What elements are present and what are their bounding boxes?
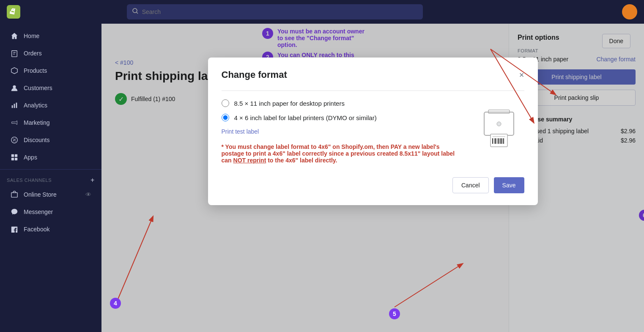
save-button[interactable]: Save (494, 177, 524, 193)
modal-footer: Cancel Save (222, 177, 524, 193)
facebook-icon (10, 225, 19, 233)
svg-point-13 (15, 140, 16, 141)
modal-options: 8.5 × 11 inch paper for desktop printers… (222, 99, 463, 164)
svg-rect-2 (12, 51, 17, 57)
modal-divider (222, 91, 524, 91)
radio-label-printer-label: 4 × 6 inch label for label printers (DYM… (234, 114, 377, 121)
svg-point-12 (13, 139, 14, 140)
avatar (622, 4, 637, 19)
radio-desktop-label: 8.5 × 11 inch paper for desktop printers (234, 100, 345, 107)
svg-point-6 (13, 85, 16, 88)
sidebar-item-facebook[interactable]: Facebook (3, 221, 98, 238)
sidebar-item-products[interactable]: Products (3, 62, 98, 79)
customers-icon (10, 84, 19, 92)
modal-close-btn[interactable]: × (519, 70, 524, 80)
radio-label-printer[interactable] (222, 114, 229, 121)
svg-rect-16 (11, 158, 14, 160)
sales-channels-title: SALES CHANNELS + (0, 173, 101, 186)
apps-icon (10, 153, 19, 162)
sidebar-item-discounts[interactable]: Discounts (3, 132, 98, 148)
sidebar-item-online-store[interactable]: Online Store 👁 (3, 186, 98, 203)
svg-point-32 (497, 122, 501, 126)
visibility-icon[interactable]: 👁 (85, 191, 91, 198)
sidebar-item-marketing[interactable]: Marketing (3, 114, 98, 131)
print-test-link[interactable]: Print test label (222, 128, 463, 135)
analytics-icon (10, 101, 19, 110)
sidebar: Home Orders Products Customers Analytics (0, 24, 101, 332)
sidebar-divider (0, 169, 101, 170)
top-nav (0, 0, 644, 24)
discounts-icon (10, 136, 19, 144)
sidebar-item-analytics[interactable]: Analytics (3, 97, 98, 114)
main-layout: Home Orders Products Customers Analytics (0, 24, 644, 332)
sidebar-item-apps[interactable]: Apps (3, 149, 98, 166)
orders-icon (10, 49, 19, 58)
shopify-logo (7, 5, 20, 19)
search-input[interactable] (142, 8, 418, 15)
modal-title: Change format (222, 69, 287, 80)
svg-rect-7 (12, 105, 13, 108)
annotation-bubble-5: 5 (389, 308, 400, 319)
svg-rect-18 (11, 193, 17, 198)
modal-content: 8.5 × 11 inch paper for desktop printers… (222, 99, 524, 164)
svg-point-0 (133, 8, 137, 13)
printer-illustration (474, 99, 524, 164)
search-icon (132, 8, 139, 16)
svg-line-1 (137, 12, 138, 14)
svg-rect-15 (15, 154, 17, 157)
products-icon (10, 66, 19, 75)
radio-desktop[interactable] (222, 99, 229, 107)
online-store-icon (10, 190, 19, 199)
sidebar-item-orders[interactable]: Orders (3, 45, 98, 62)
marketing-icon (10, 118, 19, 127)
svg-rect-9 (16, 103, 17, 108)
cancel-button[interactable]: Cancel (452, 177, 489, 193)
svg-rect-14 (11, 154, 14, 157)
modal-header: Change format × (222, 69, 524, 80)
search-bar[interactable] (127, 4, 423, 19)
sidebar-item-customers[interactable]: Customers (3, 80, 98, 96)
modal-overlay: Change format × 8.5 × 11 inch paper for … (101, 24, 644, 332)
svg-rect-8 (14, 104, 15, 108)
annotation-note: * You must change label format to 4x6" o… (222, 143, 463, 164)
sidebar-item-home[interactable]: Home (3, 27, 98, 44)
radio-option-1: 8.5 × 11 inch paper for desktop printers (222, 99, 463, 107)
add-sales-channel-btn[interactable]: + (90, 176, 95, 184)
messenger-icon (10, 208, 19, 216)
radio-option-2: 4 × 6 inch label for label printers (DYM… (222, 114, 463, 121)
home-icon (10, 32, 19, 40)
svg-rect-17 (15, 158, 17, 160)
svg-marker-5 (11, 68, 17, 74)
change-format-modal: Change format × 8.5 × 11 inch paper for … (208, 58, 538, 205)
sidebar-item-messenger[interactable]: Messenger (3, 203, 98, 220)
annotation-bubble-4: 4 (110, 298, 121, 309)
